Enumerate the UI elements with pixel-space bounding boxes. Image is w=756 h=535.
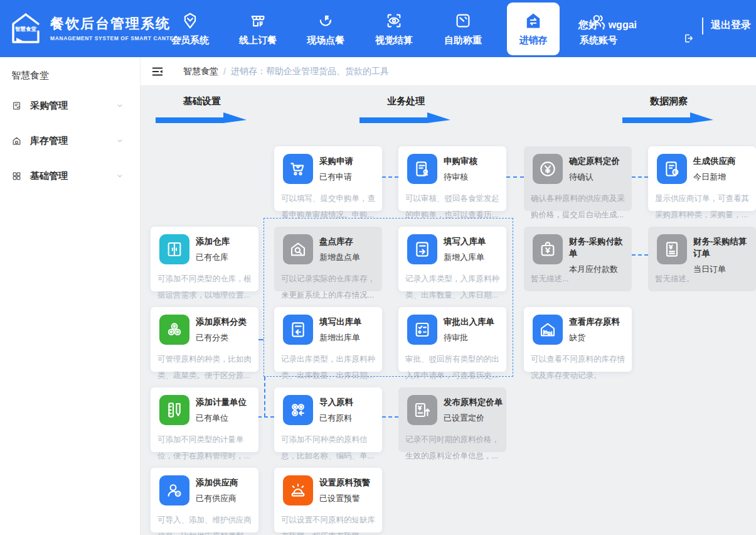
yen-circle-icon (533, 154, 563, 184)
sidebar-item-label: 采购管理 (30, 100, 68, 112)
card-publish-price-list[interactable]: 发布原料定价单已设置定价 记录不同时期的原料价格，生效的原料定价单信息，... (398, 387, 506, 452)
stocktake-house-icon (283, 234, 313, 264)
card-generate-supplier[interactable]: 生成供应商今日新增 显示供应商订单，可查看其采购原料种类，采购量，... (648, 146, 756, 211)
card-finance-settlement[interactable]: 财务-采购结算订单当日订单 暂无描述。 (648, 227, 756, 291)
card-title: 财务-采购付款单 (569, 235, 629, 259)
flow-connector (258, 339, 264, 340)
card-finance-payment[interactable]: 财务-采购付款单本月应付款数 暂无描述... (524, 227, 632, 291)
card-desc: 暂无描述。 (655, 271, 750, 287)
nav-label: 现场点餐 (307, 35, 344, 46)
card-approve-inout-forms[interactable]: 审批出入库单待审批 审批、驳回所有类型的的出入库申请单，可查看历史... (398, 307, 506, 372)
card-material-alert[interactable]: 设置原料预警已设置预警 可以设置不同原料的短缺库存预警、积压库存预警。... (274, 468, 382, 532)
card-title: 添加计量单位 (196, 396, 256, 408)
logout-button[interactable]: 退出登录 (711, 19, 751, 32)
section-arrow-icon (156, 111, 247, 125)
supplier-doc-icon (657, 154, 687, 184)
logout-icon[interactable] (683, 33, 695, 44)
flow-connector (382, 416, 398, 418)
card-desc: 可以审核、驳回各食堂发起的申购单，也可以查看历... (405, 190, 501, 223)
card-desc: 暂无描述... (531, 271, 626, 287)
card-outbound-form[interactable]: 填写出库单新增出库单 记录出库类型，出库原料种类、出库数量、出库日期... (274, 307, 382, 372)
card-desc: 可添加不同类型的仓库，根据运营需求，以地理位置... (157, 271, 253, 303)
breadcrumb: 智慧食堂 / 进销存：帮助企业管理货品、货款的工具 (141, 57, 756, 86)
flow-connector (506, 176, 524, 178)
nav-online-ordering[interactable]: 线上订餐 (232, 0, 284, 57)
section-business-process: 业务处理 (368, 95, 444, 107)
app-logo: 餐饮后台管理系统 MANAGEMENT SYSTEM OF SMART CANT… (8, 10, 182, 46)
breadcrumb-root[interactable]: 智慧食堂 (183, 66, 218, 77)
nav-self-weighing[interactable]: 自助称重 (437, 0, 489, 57)
card-add-supplier[interactable]: 添加供应商已有供应商 可导入、添加、维护供应商信息，比如供应原料类型... (151, 468, 258, 532)
alarm-icon (283, 475, 313, 505)
card-desc: 可导入、添加、维护供应商信息，比如供应原料类型... (157, 512, 253, 535)
card-desc: 确认各种原料的供应商及采购价格，提交后自动生成... (531, 190, 626, 223)
card-subtitle: 待审核 (444, 171, 504, 182)
settlement-doc-icon (657, 234, 687, 264)
card-title: 审批出入库单 (444, 316, 504, 328)
card-desc: 记录不同时期的原料价格，生效的原料定价单信息，... (405, 431, 501, 464)
payment-briefcase-icon (533, 234, 563, 264)
card-title: 填写入库单 (444, 235, 504, 247)
nav-label: 进销存 (519, 35, 548, 46)
smart-canteen-logo-icon (8, 10, 44, 46)
nav-onsite-ordering[interactable]: 现场点餐 (299, 0, 352, 57)
card-desc: 记录入库类型，入库原料种类、出库数量、入库日期... (405, 271, 501, 303)
app-title: 餐饮后台管理系统 (50, 16, 182, 32)
top-header: 餐饮后台管理系统 MANAGEMENT SYSTEM OF SMART CANT… (0, 0, 756, 57)
card-title: 添加仓库 (196, 235, 256, 247)
card-subtitle: 新增入库单 (444, 252, 504, 262)
card-subtitle: 待审批 (444, 332, 504, 343)
nav-label: 视觉结算 (375, 35, 413, 46)
section-arrow-icon (622, 111, 713, 125)
online-store-icon (248, 11, 267, 30)
card-purchase-audit[interactable]: 申购审核待审核 可以审核、驳回各食堂发起的申购单，也可以查看历... (398, 146, 506, 211)
dish-icon (316, 11, 335, 30)
sidebar-item-purchase-management[interactable]: 采购管理 (0, 95, 141, 116)
flow-connector (382, 176, 398, 178)
app-window: 餐饮后台管理系统 MANAGEMENT SYSTEM OF SMART CANT… (0, 0, 756, 535)
card-purchase-request[interactable]: 采购申请已有申请 可以填写、提交申购单，查看申购单审核情况。申购... (274, 146, 382, 211)
nav-inventory-active[interactable]: 进销存 (507, 3, 560, 55)
card-add-measure-unit[interactable]: 添加计量单位已有单位 可添加不同类型的计量单位，便于在原料管理时，... (151, 387, 258, 452)
card-desc: 可管理原料的种类，比如肉类、蔬菜类。便于区分原... (157, 351, 253, 384)
nav-label: 自助称重 (444, 35, 482, 46)
card-confirm-material-price[interactable]: 确定原料定价待确认 确认各种原料的供应商及采购价格，提交后自动生成... (524, 146, 632, 211)
card-add-warehouse[interactable]: 添加仓库已有仓库 可添加不同类型的仓库，根据运营需求，以地理位置... (151, 227, 258, 291)
clipboard-icon (11, 100, 22, 111)
card-title: 设置原料预警 (319, 477, 380, 489)
ruler-pen-icon (159, 395, 189, 425)
sidebar-item-stock-management[interactable]: 库存管理 (0, 130, 141, 151)
card-title: 查看库存原料 (569, 316, 629, 328)
supplier-person-icon (159, 475, 189, 505)
menu-fold-icon[interactable] (151, 65, 164, 78)
grid-icon (11, 171, 22, 181)
card-subtitle: 已设置预警 (319, 493, 380, 504)
warehouse-cabinet-icon (159, 234, 189, 264)
card-title: 盘点库存 (319, 235, 380, 247)
nav-visual-settlement[interactable]: 视觉结算 (368, 0, 420, 57)
card-stocktake[interactable]: 盘点库存新增盘点单 可以记录实际的仓库库存，来更新系统上的库存情况... (274, 227, 382, 291)
card-title: 填写出库单 (319, 316, 380, 328)
card-title: 财务-采购结算订单 (693, 235, 753, 259)
card-view-stock-materials[interactable]: 查看库存原料缺货 可以查看不同原料的库存情况及库存变动记录。 (524, 307, 632, 372)
nav-member-system[interactable]: 会员系统 (164, 0, 216, 57)
card-desc: 可以设置不同原料的短缺库存预警、积压库存预警。... (281, 512, 376, 535)
flow-connector (632, 254, 648, 256)
card-subtitle: 已有仓库 (196, 252, 256, 262)
card-import-materials[interactable]: 导入原料已有原料 可添加不同种类的原料信息，比如名称、编码、单... (274, 387, 382, 452)
card-subtitle: 已有单位 (196, 413, 256, 423)
card-title: 导入原料 (319, 396, 380, 408)
card-desc: 可添加不同类型的计量单位，便于在原料管理时，... (157, 431, 253, 464)
cart-icon (283, 154, 313, 184)
card-inbound-form[interactable]: 填写入库单新增入库单 记录入库类型，入库原料种类、出库数量、入库日期... (398, 227, 506, 291)
sidebar: 智慧食堂 采购管理 库存管理 基础管理 (0, 57, 141, 535)
card-subtitle: 新增出库单 (319, 332, 380, 343)
app-subtitle: MANAGEMENT SYSTEM OF SMART CANTEEN (50, 35, 182, 41)
section-arrow-icon (359, 111, 450, 125)
card-add-material-category[interactable]: 添加原料分类已有分类 可管理原料的种类，比如肉类、蔬菜类。便于区分原... (151, 307, 258, 372)
user-greeting: 您好，wggai (578, 19, 637, 32)
card-desc: 显示供应商订单，可查看其采购原料种类，采购量，... (655, 190, 750, 223)
sidebar-item-basic-management[interactable]: 基础管理 (0, 165, 141, 186)
scale-gauge-icon (454, 11, 472, 30)
card-title: 生成供应商 (693, 155, 753, 167)
